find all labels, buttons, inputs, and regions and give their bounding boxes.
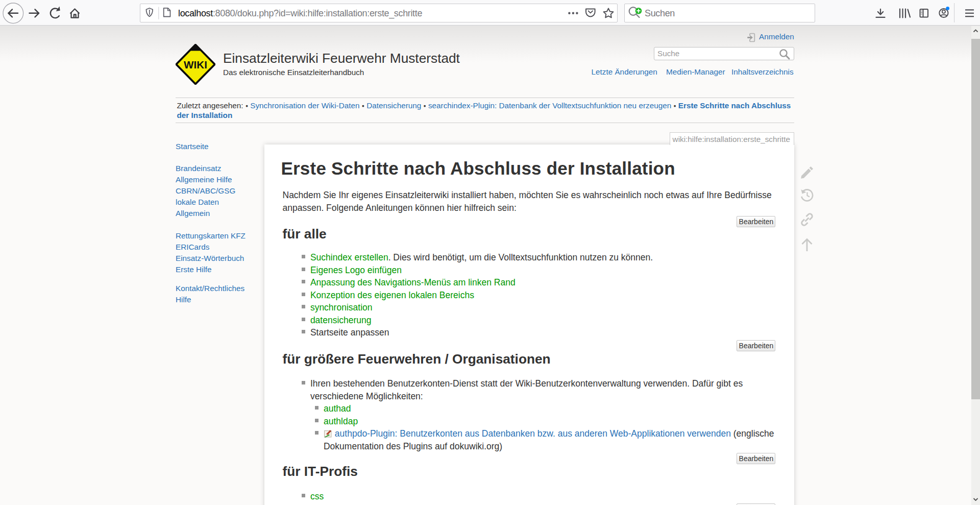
svg-text:WIKI: WIKI xyxy=(184,58,207,70)
